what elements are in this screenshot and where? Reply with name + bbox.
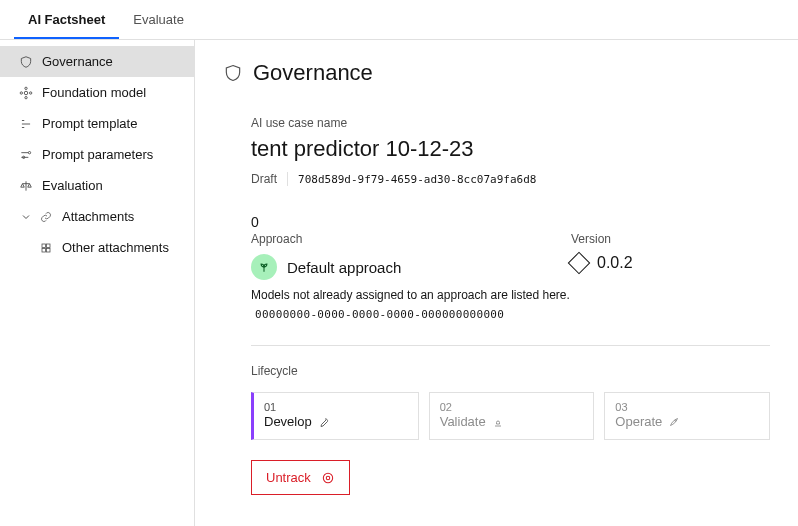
tab-evaluate[interactable]: Evaluate [119,0,198,39]
stage-name: Develop [264,414,312,429]
svg-point-13 [326,476,330,480]
model-icon [18,86,34,100]
stamp-icon [492,416,504,428]
diamond-icon [568,252,591,275]
svg-rect-10 [47,248,51,252]
lifecycle-label: Lifecycle [251,364,770,378]
svg-point-12 [323,473,332,482]
untrack-button[interactable]: Untrack [251,460,350,495]
shield-icon [18,55,34,69]
svg-point-3 [25,87,27,89]
svg-rect-8 [47,244,51,248]
count-zero: 0 [251,214,770,230]
approach-name: Default approach [287,259,401,276]
page-title: Governance [253,60,373,86]
wrench-icon [318,416,330,428]
sidebar-item-governance[interactable]: Governance [0,46,194,77]
stage-number: 03 [615,401,759,413]
stage-develop[interactable]: 01 Develop [251,392,419,440]
main-content: Governance AI use case name tent predict… [195,40,798,526]
approach-note: Models not already assigned to an approa… [251,288,770,302]
rocket-icon [668,416,680,428]
sidebar-item-prompt-template[interactable]: Prompt template [0,108,194,139]
stage-number: 01 [264,401,408,413]
status-badge: Draft [251,172,277,186]
svg-point-4 [25,96,27,98]
approach-id: 00000000-0000-0000-0000-000000000000 [251,308,770,321]
vertical-divider [287,172,288,186]
stage-operate[interactable]: 03 Operate [604,392,770,440]
usecase-label: AI use case name [251,116,770,130]
tab-ai-factsheet[interactable]: AI Factsheet [14,0,119,39]
sprout-icon [251,254,277,280]
svg-point-11 [675,419,677,421]
sidebar-item-label: Governance [42,54,113,69]
sliders-icon [18,148,34,162]
sidebar-item-label: Attachments [62,209,134,224]
stage-number: 02 [440,401,584,413]
sidebar-item-label: Prompt parameters [42,147,153,162]
untrack-label: Untrack [266,470,311,485]
template-icon [18,117,34,131]
attachment-icon [38,242,54,254]
stage-validate[interactable]: 02 Validate [429,392,595,440]
sidebar-item-prompt-parameters[interactable]: Prompt parameters [0,139,194,170]
scale-icon [18,179,34,193]
tab-bar: AI Factsheet Evaluate [0,0,798,40]
sidebar-item-evaluation[interactable]: Evaluation [0,170,194,201]
sidebar-item-label: Other attachments [62,240,169,255]
link-icon [38,211,54,223]
shield-icon [223,63,243,83]
approach-label: Approach [251,232,571,246]
stage-name: Operate [615,414,662,429]
sidebar: Governance Foundation model Prompt templ… [0,40,195,526]
sidebar-item-label: Prompt template [42,116,137,131]
svg-point-2 [30,91,32,93]
svg-point-5 [28,151,30,153]
usecase-id: 708d589d-9f79-4659-ad30-8cc07a9fa6d8 [298,173,536,186]
sidebar-item-label: Evaluation [42,178,103,193]
sidebar-item-attachments[interactable]: Attachments [0,201,194,232]
usecase-name: tent predictor 10-12-23 [251,136,770,162]
version-value: 0.0.2 [597,254,633,272]
chevron-down-icon [18,211,34,223]
svg-rect-7 [42,244,46,248]
sidebar-item-foundation-model[interactable]: Foundation model [0,77,194,108]
sidebar-item-label: Foundation model [42,85,146,100]
svg-point-0 [24,91,28,95]
svg-point-1 [20,91,22,93]
sidebar-item-other-attachments[interactable]: Other attachments [0,232,194,263]
target-icon [321,471,335,485]
horizontal-divider [251,345,770,346]
stage-name: Validate [440,414,486,429]
version-label: Version [571,232,721,246]
svg-rect-9 [42,248,46,252]
